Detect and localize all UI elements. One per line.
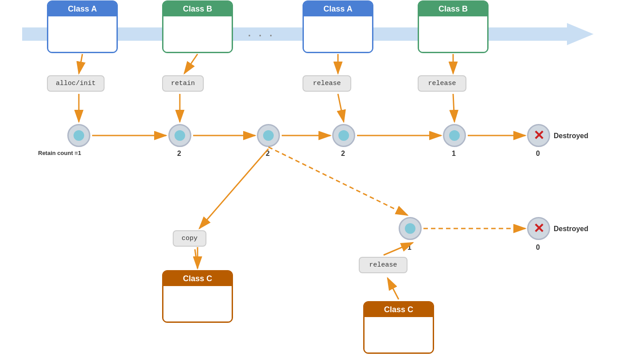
op-retain: retain (162, 75, 204, 92)
node-5 (443, 124, 466, 147)
arrows-overlay (0, 0, 617, 364)
svg-line-7 (184, 54, 198, 74)
class-box-a1: Class A (47, 0, 118, 53)
count-label-6: 1 (407, 244, 411, 252)
node-2-inner (173, 129, 186, 142)
node-4-inner (337, 129, 350, 142)
class-box-b2: Class B (418, 0, 489, 53)
timeline-dots: · · · (248, 30, 275, 42)
op-release2: release (418, 75, 466, 92)
destroyed-1: ✕ (527, 124, 550, 147)
op-alloc-init: alloc/init (47, 75, 105, 92)
node-3 (257, 124, 280, 147)
node-2 (168, 124, 191, 147)
diagram: · · · Class A Class B Class A Class B al… (0, 0, 617, 364)
class-c1-header: Class C (163, 271, 232, 286)
node-6-inner (404, 222, 417, 235)
destroyed-1-x: ✕ (533, 129, 544, 142)
class-c2-header: Class C (365, 302, 433, 317)
svg-line-4 (338, 94, 344, 122)
destroyed-label-2: Destroyed (554, 225, 588, 233)
class-b1-body (163, 16, 232, 52)
count-label-d2: 0 (536, 244, 540, 252)
op-release1: release (303, 75, 351, 92)
class-a2-header: Class A (304, 2, 372, 16)
class-c2-body (365, 317, 433, 352)
node-6 (399, 217, 422, 240)
count-label-1: Retain count =1 (38, 150, 81, 156)
destroyed-2: ✕ (527, 217, 550, 240)
svg-line-5 (453, 94, 454, 122)
class-b1-header: Class B (163, 2, 232, 16)
node-3-inner (262, 129, 275, 142)
class-box-c2: Class C (363, 301, 434, 354)
op-release3: release (359, 257, 407, 273)
node-5-inner (448, 129, 461, 142)
class-a2-body (304, 16, 372, 52)
node-4 (332, 124, 355, 147)
destroyed-label-1: Destroyed (554, 132, 588, 140)
count-label-2: 2 (177, 150, 181, 158)
svg-line-21 (388, 278, 399, 299)
class-box-c1: Class C (162, 270, 233, 323)
svg-line-18 (195, 249, 198, 268)
count-label-3: 2 (266, 150, 270, 158)
op-copy: copy (173, 230, 206, 247)
class-b2-header: Class B (419, 2, 487, 16)
class-a1-body (48, 16, 116, 52)
svg-line-6 (79, 54, 82, 74)
class-a1-header: Class A (48, 2, 116, 16)
count-label-4: 2 (341, 150, 345, 158)
class-b2-body (419, 16, 487, 52)
count-label-d1: 0 (536, 150, 540, 158)
destroyed-2-x: ✕ (533, 222, 544, 235)
node-1 (67, 124, 90, 147)
class-box-b1: Class B (162, 0, 233, 53)
svg-line-19 (199, 149, 268, 228)
class-box-a2: Class A (303, 0, 373, 53)
count-label-5: 1 (452, 150, 456, 158)
class-c1-body (163, 286, 232, 321)
svg-line-15 (268, 147, 407, 215)
node-1-inner (72, 129, 85, 142)
